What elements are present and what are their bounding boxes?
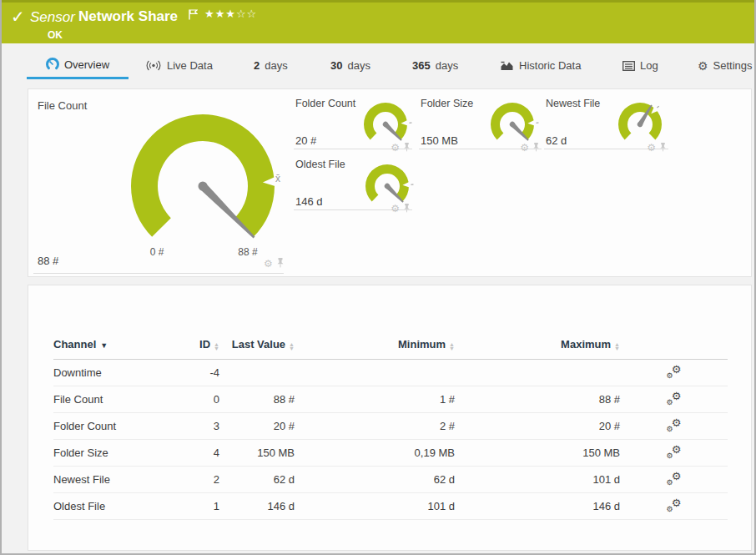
folder-size-tile: Folder Size 150 MB ⚙	[419, 98, 542, 151]
channel-last-value-cell	[226, 359, 301, 386]
object-kind-label: Sensor	[30, 9, 75, 26]
favorite-flag-icon[interactable]	[189, 8, 198, 23]
gear-icon[interactable]: ⚙	[391, 144, 400, 152]
primary-gauge-title: File Count	[38, 99, 87, 112]
tile-actions: ⚙	[647, 140, 667, 155]
channel-id-cell: 1	[179, 492, 226, 519]
channel-id-cell: 0	[179, 386, 226, 412]
channel-last-value-cell: 62 d	[226, 466, 301, 492]
channel-minimum-cell: 101 d	[301, 492, 461, 519]
channel-last-value-cell: 150 MB	[226, 439, 301, 466]
channel-table-body: Downtime -4 ⚙⚙ File Count 0 88 # 1 # 88 …	[53, 359, 728, 519]
tile-title: Oldest File	[295, 159, 345, 170]
channel-maximum-cell: 88 #	[461, 386, 627, 412]
channels-panel: Channel▼ ID▲▼ Last Value▲▼ Minimum▲▼ Max…	[28, 285, 752, 551]
channel-minimum-cell: 2 #	[301, 412, 461, 439]
tile-actions: ⚙	[391, 201, 411, 216]
tab-number: 365	[412, 59, 431, 72]
pin-icon[interactable]	[403, 140, 411, 155]
gear-icon[interactable]: ⚙	[647, 144, 656, 152]
file-count-gauge	[123, 107, 282, 265]
column-header-actions	[627, 285, 728, 359]
tab-settings[interactable]: ⚙ Settings	[698, 52, 753, 79]
sort-icon: ▲▼	[449, 342, 455, 351]
channel-id-cell: 2	[179, 466, 226, 492]
channel-name-cell: Folder Count	[53, 412, 179, 439]
channel-settings-icon[interactable]: ⚙⚙	[667, 445, 682, 458]
tile-title: Newest File	[546, 98, 600, 109]
gauge-icon	[46, 58, 59, 71]
gear-icon[interactable]: ⚙	[264, 260, 273, 268]
channel-minimum-cell: 1 #	[301, 386, 461, 412]
gauge-min-label: 0 #	[150, 246, 164, 258]
channel-settings-icon[interactable]: ⚙⚙	[667, 418, 682, 431]
tile-title: Folder Count	[295, 98, 355, 109]
tab-historic-data[interactable]: Historic Data	[500, 52, 581, 79]
column-header-channel[interactable]: Channel▼	[53, 285, 179, 359]
tab-30-days[interactable]: 30 days	[330, 52, 370, 79]
channel-actions-cell: ⚙⚙	[627, 492, 728, 519]
channel-maximum-cell: 101 d	[461, 466, 627, 492]
channel-id-cell: -4	[179, 359, 226, 386]
table-row: Downtime -4 ⚙⚙	[53, 359, 728, 386]
channel-last-value-cell: 20 #	[226, 412, 301, 439]
log-list-icon	[622, 61, 635, 71]
column-header-maximum[interactable]: Maximum▲▼	[461, 285, 627, 359]
gear-icon[interactable]: ⚙	[520, 144, 529, 152]
channel-minimum-cell: 62 d	[301, 466, 461, 492]
tab-overview[interactable]: Overview	[27, 52, 129, 79]
channel-name-cell: Folder Size	[53, 439, 179, 466]
gauges-panel: File Count x̄ 0 # 88 # 88 # ⚙ Folder Cou…	[28, 88, 752, 277]
tab-number: 2	[254, 59, 260, 72]
channel-settings-icon[interactable]: ⚙⚙	[667, 498, 682, 512]
channel-last-value-cell: 146 d	[226, 492, 301, 519]
priority-stars[interactable]: ★★★☆☆	[204, 8, 257, 20]
tab-label: Historic Data	[519, 59, 581, 72]
table-row: File Count 0 88 # 1 # 88 # ⚙⚙	[53, 386, 728, 412]
channel-settings-icon[interactable]: ⚙⚙	[667, 472, 682, 485]
channel-name-cell: File Count	[53, 386, 179, 412]
tab-label: days	[347, 59, 370, 72]
channel-table: Channel▼ ID▲▼ Last Value▲▼ Minimum▲▼ Max…	[53, 285, 728, 520]
tab-live-data[interactable]: Live Data	[145, 52, 213, 79]
area-chart-icon	[500, 60, 514, 71]
tab-label: Live Data	[167, 59, 213, 72]
pin-icon[interactable]	[403, 201, 411, 216]
tab-2-days[interactable]: 2 days	[254, 52, 288, 79]
channel-actions-cell: ⚙⚙	[627, 439, 728, 466]
channel-minimum-cell: 0,19 MB	[301, 439, 461, 466]
tab-log[interactable]: Log	[622, 52, 658, 79]
tile-divider	[33, 273, 284, 274]
channel-actions-cell: ⚙⚙	[627, 386, 728, 412]
channel-maximum-cell: 146 d	[461, 492, 627, 519]
tab-label: days	[265, 59, 287, 72]
gear-icon: ⚙	[698, 59, 708, 73]
tab-365-days[interactable]: 365 days	[412, 52, 458, 79]
tile-actions: ⚙	[520, 140, 540, 155]
pin-icon[interactable]	[532, 140, 540, 155]
primary-gauge-value: 88 #	[38, 255, 58, 267]
tile-value: 20 #	[295, 134, 316, 147]
channel-maximum-cell: 150 MB	[461, 439, 627, 466]
gear-icon[interactable]: ⚙	[391, 204, 400, 213]
channel-name-cell: Oldest File	[53, 492, 179, 519]
channel-maximum-cell	[461, 359, 627, 386]
column-header-minimum[interactable]: Minimum▲▼	[301, 285, 461, 359]
gauge-max-label: 88 #	[238, 246, 257, 258]
sensor-page: ✓ Sensor Network Share ★★★☆☆ OK Overview…	[0, 0, 756, 555]
channel-minimum-cell	[301, 359, 461, 386]
table-row: Newest File 2 62 d 62 d 101 d ⚙⚙	[53, 466, 728, 492]
column-header-id[interactable]: ID▲▼	[179, 285, 226, 359]
column-header-last-value[interactable]: Last Value▲▼	[226, 285, 301, 359]
pin-icon[interactable]	[659, 140, 667, 155]
channel-settings-icon[interactable]: ⚙⚙	[667, 365, 682, 378]
channel-settings-icon[interactable]: ⚙⚙	[667, 391, 682, 405]
sensor-header: ✓ Sensor Network Share ★★★☆☆ OK	[2, 0, 754, 43]
tab-label: Settings	[713, 59, 753, 72]
tile-title: Folder Size	[421, 98, 473, 109]
tile-value: 62 d	[546, 134, 567, 147]
pin-icon[interactable]	[276, 256, 285, 271]
table-row: Folder Size 4 150 MB 0,19 MB 150 MB ⚙⚙	[53, 439, 728, 466]
tab-label: Log	[640, 59, 658, 72]
newest-file-tile: Newest File 62 d ⚙	[544, 98, 668, 151]
